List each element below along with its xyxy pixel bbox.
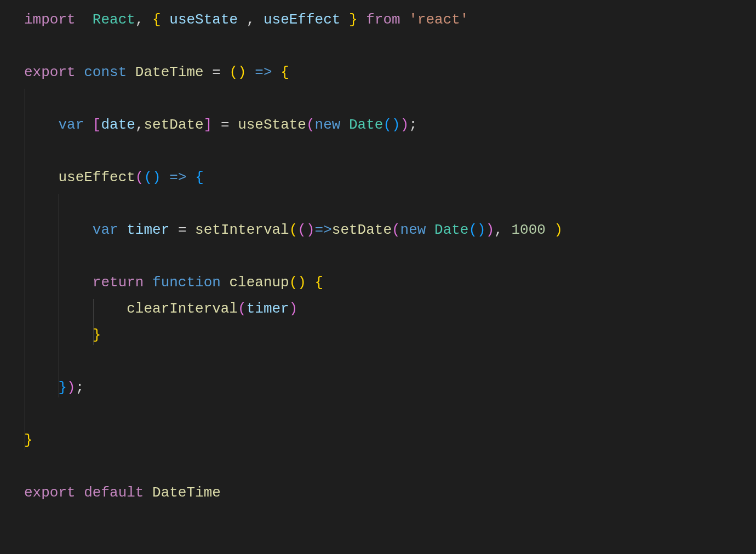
code-token <box>76 64 84 80</box>
code-token: var <box>58 117 84 133</box>
code-token: = <box>178 222 187 238</box>
code-token <box>255 11 264 28</box>
code-token: , <box>135 117 144 133</box>
code-line[interactable]: } <box>24 427 756 453</box>
code-token <box>76 11 93 28</box>
code-line[interactable]: return function cleanup() { <box>24 269 756 296</box>
code-line[interactable] <box>24 191 756 217</box>
code-token: ( <box>238 301 247 317</box>
code-token: ] <box>204 117 213 133</box>
code-token: ( <box>135 169 144 186</box>
code-token: () <box>144 169 161 186</box>
code-token: ( <box>392 222 400 238</box>
code-token: 1000 <box>512 222 546 238</box>
code-token: ) <box>67 379 76 396</box>
code-token: export <box>24 64 76 80</box>
code-token: from <box>366 11 400 28</box>
code-token: = <box>212 64 221 80</box>
code-token <box>221 64 230 80</box>
code-token: , <box>247 11 255 28</box>
code-token <box>127 64 135 80</box>
code-token: React <box>93 11 135 28</box>
code-token <box>118 222 127 238</box>
code-editor[interactable]: import React, { useState , useEffect } f… <box>0 0 756 506</box>
code-token <box>161 169 170 186</box>
code-token <box>306 274 315 291</box>
code-token: import <box>24 11 76 28</box>
code-token: { <box>315 274 324 291</box>
code-token: = <box>221 117 230 133</box>
code-token <box>340 11 349 28</box>
code-line[interactable]: var [date,setDate] = useState(new Date()… <box>24 112 756 138</box>
code-line[interactable]: } <box>24 322 756 348</box>
code-token: () <box>289 274 306 291</box>
code-token: setDate <box>144 117 203 133</box>
code-line[interactable]: var timer = setInterval(()=>setDate(new … <box>24 217 756 243</box>
code-line[interactable] <box>24 33 756 59</box>
code-token <box>230 117 238 133</box>
code-token: => <box>315 222 332 238</box>
code-token: ) <box>554 222 563 238</box>
code-token <box>84 117 93 133</box>
code-line[interactable]: useEffect(() => { <box>24 164 756 191</box>
code-line[interactable] <box>24 138 756 164</box>
code-token: () <box>468 222 485 238</box>
code-token: => <box>255 64 272 80</box>
code-token: DateTime <box>135 64 204 80</box>
code-token: return <box>93 274 144 291</box>
code-token <box>426 222 434 238</box>
code-token <box>186 222 195 238</box>
code-token <box>546 222 554 238</box>
code-token <box>221 274 230 291</box>
code-line[interactable]: clearInterval(timer) <box>24 296 756 322</box>
code-line[interactable] <box>24 85 756 112</box>
code-token: cleanup <box>230 274 289 291</box>
code-token: const <box>84 64 127 80</box>
code-token: [ <box>93 117 101 133</box>
code-line[interactable] <box>24 453 756 480</box>
code-token: timer <box>247 301 289 317</box>
code-token: ) <box>289 301 298 317</box>
code-token: Date <box>349 117 383 133</box>
code-line[interactable] <box>24 401 756 427</box>
code-line[interactable]: }); <box>24 374 756 401</box>
code-token: useEffect <box>264 11 340 28</box>
code-line[interactable] <box>24 348 756 374</box>
code-token: , <box>494 222 511 238</box>
code-token: useState <box>238 117 306 133</box>
code-token: setInterval <box>195 222 289 238</box>
code-token: useEffect <box>58 169 135 186</box>
code-token <box>144 274 152 291</box>
code-token: new <box>315 117 341 133</box>
code-token: useState <box>169 11 238 28</box>
code-token: => <box>169 169 186 186</box>
code-token: 'react' <box>409 11 468 28</box>
code-token <box>161 11 170 28</box>
code-token <box>340 117 349 133</box>
code-token: export <box>24 484 76 501</box>
code-line[interactable] <box>24 243 756 269</box>
code-line[interactable]: import React, { useState , useEffect } f… <box>24 7 756 33</box>
code-token: { <box>280 64 289 80</box>
code-token <box>144 484 152 501</box>
code-token <box>187 169 196 186</box>
code-line[interactable]: export const DateTime = () => { <box>24 59 756 85</box>
code-token: DateTime <box>152 484 221 501</box>
code-token: clearInterval <box>127 301 238 317</box>
code-token: , <box>135 11 152 28</box>
code-token: default <box>84 484 144 501</box>
code-token: () <box>230 64 247 80</box>
code-token: ( <box>306 117 315 133</box>
code-token: date <box>101 117 135 133</box>
code-token <box>212 117 221 133</box>
code-token: } <box>93 327 101 343</box>
code-token: () <box>297 222 314 238</box>
code-token <box>247 64 255 80</box>
code-token: { <box>152 11 161 28</box>
code-token: { <box>195 169 204 186</box>
code-token: ( <box>289 222 298 238</box>
code-token <box>272 64 281 80</box>
code-line[interactable]: export default DateTime <box>24 480 756 506</box>
code-token: Date <box>434 222 468 238</box>
code-token: new <box>400 222 426 238</box>
